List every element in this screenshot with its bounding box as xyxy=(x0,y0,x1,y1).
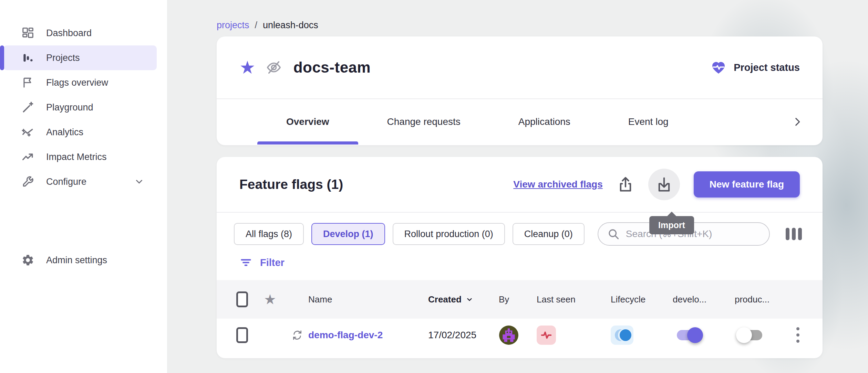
search-icon xyxy=(607,228,620,240)
app-root: Dashboard Projects Flags overview Playgr… xyxy=(0,0,868,373)
tab-label: Change requests xyxy=(387,116,461,127)
table-row: demo-flag-dev-2 17/02/2025 xyxy=(217,319,823,351)
flag-icon xyxy=(21,76,34,89)
header-name[interactable]: Name xyxy=(308,294,332,305)
avatar xyxy=(499,325,519,345)
tab-event-log[interactable]: Event log xyxy=(599,99,698,145)
chevron-down-icon xyxy=(134,177,144,187)
wrench-icon xyxy=(21,175,34,188)
chip-develop[interactable]: Develop (1) xyxy=(311,223,385,245)
flag-filter-row: All flags (8) Develop (1) Rollout produc… xyxy=(217,222,823,246)
dashboard-icon xyxy=(21,26,34,40)
filter-lines-icon xyxy=(239,256,252,269)
filter-button[interactable]: Filter xyxy=(239,256,823,269)
project-status-button[interactable]: Project status xyxy=(710,59,800,76)
breadcrumb-projects-link[interactable]: projects xyxy=(217,20,249,31)
tab-change-requests[interactable]: Change requests xyxy=(358,99,489,145)
new-feature-flag-button[interactable]: New feature flag xyxy=(694,171,800,198)
project-status-label: Project status xyxy=(734,62,800,73)
sidebar-item-label: Playground xyxy=(46,102,93,113)
sidebar-item-configure[interactable]: Configure xyxy=(0,169,167,194)
tabs-overflow-chevron-right-icon[interactable] xyxy=(792,99,803,145)
import-icon xyxy=(655,175,673,193)
table-header-row: ★ Name Created By Last seen Lifecycle de… xyxy=(217,280,823,319)
sidebar-item-label: Flags overview xyxy=(46,77,108,88)
chip-all-flags[interactable]: All flags (8) xyxy=(234,223,304,245)
header-lifecycle[interactable]: Lifecycle xyxy=(611,294,645,305)
sync-icon xyxy=(292,330,303,341)
tab-label: Event log xyxy=(628,116,669,127)
heart-pulse-icon xyxy=(710,59,727,76)
sidebar: Dashboard Projects Flags overview Playgr… xyxy=(0,0,167,373)
gear-icon xyxy=(21,254,34,267)
lifecycle-prelive-badge[interactable] xyxy=(611,326,633,345)
feature-flags-card: Feature flags (1) View archived flags Ne… xyxy=(217,157,823,358)
flag-name-link[interactable]: demo-flag-dev-2 xyxy=(308,330,383,341)
breadcrumb-separator: / xyxy=(255,20,258,31)
trending-up-icon xyxy=(21,150,34,163)
tab-applications[interactable]: Applications xyxy=(489,99,599,145)
header-created-sort[interactable]: Created xyxy=(428,294,474,305)
divider xyxy=(217,212,823,213)
sidebar-item-dashboard[interactable]: Dashboard xyxy=(0,21,167,45)
sidebar-item-impact-metrics[interactable]: Impact Metrics xyxy=(0,145,167,169)
feature-flags-title: Feature flags (1) xyxy=(239,177,343,192)
tab-label: Overview xyxy=(286,116,329,127)
tab-label: Applications xyxy=(518,116,570,127)
main-content: projects / unleash-docs ★ docs-team Proj… xyxy=(167,0,868,373)
filter-label: Filter xyxy=(260,257,285,268)
chip-rollout-production[interactable]: Rollout production (0) xyxy=(393,223,505,245)
active-tab-underline xyxy=(257,141,358,145)
sidebar-item-label: Configure xyxy=(46,177,86,187)
chip-cleanup[interactable]: Cleanup (0) xyxy=(513,223,585,245)
view-archived-flags-link[interactable]: View archived flags xyxy=(513,179,602,190)
import-button[interactable] xyxy=(648,169,680,200)
eye-off-icon[interactable] xyxy=(266,60,282,75)
development-toggle[interactable] xyxy=(673,325,704,345)
import-tooltip: Import xyxy=(649,216,694,234)
header-by[interactable]: By xyxy=(499,294,509,305)
select-all-checkbox[interactable] xyxy=(236,291,248,307)
flags-table: ★ Name Created By Last seen Lifecycle de… xyxy=(217,280,823,351)
sidebar-item-admin-settings[interactable]: Admin settings xyxy=(0,248,167,273)
project-title: docs-team xyxy=(293,59,371,76)
sidebar-item-label: Projects xyxy=(46,53,80,63)
sidebar-item-flags-overview[interactable]: Flags overview xyxy=(0,70,167,95)
project-header: ★ docs-team Project status xyxy=(217,36,823,98)
feature-flags-actions: View archived flags New feature flag xyxy=(513,169,800,200)
sidebar-item-label: Admin settings xyxy=(46,255,107,266)
row-checkbox[interactable] xyxy=(236,327,248,343)
columns-icon[interactable] xyxy=(786,228,802,240)
header-created: Created xyxy=(428,294,462,305)
header-development[interactable]: develo... xyxy=(673,294,706,305)
breadcrumb: projects / unleash-docs xyxy=(217,20,318,31)
star-column-icon[interactable]: ★ xyxy=(264,292,276,306)
sidebar-item-label: Impact Metrics xyxy=(46,152,107,162)
pulse-icon xyxy=(539,328,553,342)
export-icon[interactable] xyxy=(617,175,634,193)
row-menu-kebab-icon[interactable] xyxy=(796,327,799,343)
feature-flags-header: Feature flags (1) View archived flags Ne… xyxy=(217,157,823,212)
analytics-icon xyxy=(21,126,34,139)
sidebar-item-playground[interactable]: Playground xyxy=(0,95,167,120)
project-header-card: ★ docs-team Project status Overview xyxy=(217,36,823,145)
breadcrumb-current: unleash-docs xyxy=(263,20,318,31)
production-toggle[interactable] xyxy=(735,325,766,345)
sidebar-item-analytics[interactable]: Analytics xyxy=(0,120,167,145)
sidebar-item-label: Analytics xyxy=(46,127,83,138)
tab-overview[interactable]: Overview xyxy=(257,99,358,145)
header-production[interactable]: produc... xyxy=(735,294,769,305)
projects-icon xyxy=(21,51,34,64)
header-last-seen[interactable]: Last seen xyxy=(537,294,576,305)
last-seen-badge[interactable] xyxy=(537,326,556,345)
created-date: 17/02/2025 xyxy=(428,330,476,341)
sidebar-item-projects[interactable]: Projects xyxy=(3,45,157,70)
favorite-star-icon[interactable]: ★ xyxy=(239,58,256,76)
sort-chevron-down-icon xyxy=(465,295,474,304)
wand-icon xyxy=(21,101,34,114)
project-tabs: Overview Change requests Applications Ev… xyxy=(217,99,823,145)
sidebar-item-label: Dashboard xyxy=(46,28,92,39)
